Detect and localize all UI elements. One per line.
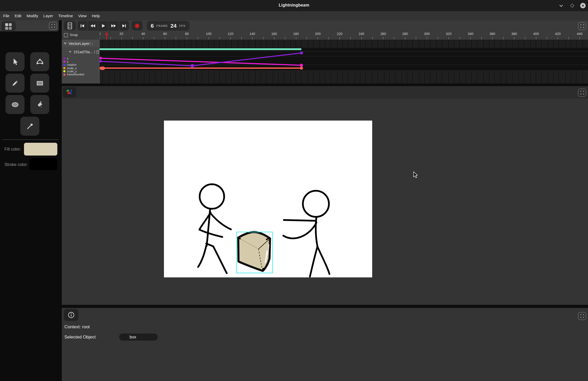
info-button[interactable] (64, 309, 78, 321)
fill-color-swatch[interactable] (24, 143, 57, 156)
rewind-button[interactable] (88, 21, 98, 31)
stage-expand-button[interactable] (578, 89, 586, 97)
ruler-tick (492, 37, 493, 39)
chevron-down-icon (559, 4, 563, 7)
maximize-button[interactable] (568, 0, 576, 11)
collapse-triangle-icon[interactable] (64, 43, 67, 45)
stage-area[interactable] (62, 99, 588, 305)
ruler-frame-label: 40 (141, 32, 145, 36)
stroke-color-swatch[interactable] (29, 158, 57, 170)
property-row-x[interactable]: x (63, 57, 84, 60)
selected-object-row: Selected Object box (64, 334, 158, 341)
y-curve[interactable] (100, 58, 302, 65)
record-button[interactable] (132, 21, 143, 31)
canvas-artwork (164, 121, 372, 277)
layer-name: VectorLayer (69, 41, 89, 46)
ruler-tick (547, 37, 547, 39)
timeline-tracks[interactable] (100, 40, 588, 84)
property-row-scale-x[interactable]: scale_x (63, 67, 84, 70)
grid-icon (5, 23, 12, 30)
tool-sidebar: Fill color: Stroke color: (0, 20, 60, 381)
play-button[interactable] (98, 21, 108, 31)
y-keyframe-dot[interactable] (100, 57, 102, 59)
fast-forward-button[interactable] (109, 21, 119, 31)
pencil-tool-button[interactable] (5, 74, 24, 93)
ruler-tick (317, 37, 318, 39)
stroke-color-label: Stroke color: (4, 162, 28, 167)
y-color-dot (63, 61, 65, 63)
frameNumber-start-cap[interactable] (100, 67, 105, 70)
film-button[interactable] (64, 21, 76, 31)
object-row[interactable]: 151ad70a... ~ (62, 48, 99, 56)
object-span-bar[interactable] (100, 48, 302, 50)
transform-tool-button[interactable] (30, 52, 49, 71)
frame-label: FRAME (156, 24, 168, 27)
menu-timeline[interactable]: Timeline (58, 13, 73, 19)
record-icon (135, 23, 139, 28)
menu-edit[interactable]: Edit (15, 13, 21, 19)
ruler-tick (230, 37, 231, 39)
x-keyframe-dot[interactable] (100, 60, 102, 63)
ruler-tick (394, 37, 394, 39)
collapse-triangle-icon[interactable] (69, 51, 71, 53)
expand-icon (580, 91, 584, 95)
menu-modify[interactable]: Modify (27, 13, 38, 19)
fps-label: FPS (179, 24, 185, 27)
object-curve-toggle[interactable]: ~ (96, 50, 99, 54)
ruler-tick (350, 37, 351, 39)
select-tool-button[interactable] (5, 52, 24, 71)
rotation-color-dot (63, 64, 65, 66)
property-row-rotation[interactable]: rotation (63, 63, 84, 67)
skip-to-start-button[interactable] (77, 21, 87, 31)
ruler-frame-label: 80 (185, 32, 189, 36)
ruler-tick (383, 37, 383, 39)
menu-help[interactable]: Help (92, 13, 100, 19)
layer-row-vectorlayer[interactable]: VectorLayer [L] (62, 40, 99, 47)
ruler-frame-label: 420 (555, 32, 561, 36)
ruler-frame-label: 300 (424, 32, 430, 36)
frame-counter[interactable]: 6 FRAME 24 FPS (147, 21, 189, 31)
object-visibility-toggle[interactable] (94, 50, 95, 54)
ruler-tick (296, 37, 296, 39)
ruler-tick (187, 37, 187, 39)
property-row-framenumber[interactable]: frameNumber (63, 73, 84, 76)
property-row-y[interactable]: y (63, 60, 84, 63)
sidebar-expand-button[interactable] (49, 22, 57, 30)
ruler-frame-label: 440 (577, 32, 583, 36)
menu-layer[interactable]: Layer (43, 13, 53, 19)
timeline-expand-button[interactable] (578, 22, 586, 30)
selected-object-field[interactable]: box (119, 334, 158, 341)
ruler-tick (503, 37, 504, 39)
minimize-button[interactable] (557, 0, 565, 11)
animation-curves[interactable] (100, 40, 588, 84)
x-keyframe-dot[interactable] (300, 51, 303, 55)
context-expand-button[interactable] (578, 312, 586, 320)
rectangle-tool-button[interactable] (30, 74, 49, 93)
expand-icon (580, 24, 584, 28)
skip-to-end-button[interactable] (119, 21, 129, 31)
playhead[interactable] (105, 32, 109, 40)
ellipse-tool-button[interactable] (5, 95, 24, 114)
eyedropper-tool-button[interactable] (20, 117, 39, 136)
timeline-ruler[interactable]: Snap 02040608010012014016018020022024026… (62, 31, 588, 40)
snap-checkbox[interactable] (64, 33, 68, 37)
fill-color-label: Fill color: (4, 147, 21, 152)
paint-bucket-tool-button[interactable] (30, 95, 49, 114)
box-drawing (237, 232, 270, 271)
ruler-tick (460, 37, 460, 39)
context-panel: Context: root Selected Object box (62, 308, 588, 381)
ruler-tick (579, 37, 580, 39)
menu-file[interactable]: File (3, 13, 9, 19)
menu-view[interactable]: View (78, 13, 87, 19)
y-keyframe-dot[interactable] (300, 64, 303, 67)
ruler-tick (100, 37, 100, 39)
drawing-canvas[interactable] (164, 121, 372, 277)
ruler-tick (514, 37, 514, 39)
layer-tag: [L] (90, 42, 93, 45)
frameNumber-keyframe-dot[interactable] (300, 67, 303, 70)
close-button[interactable] (578, 0, 587, 11)
panel-grid-button[interactable] (1, 21, 16, 32)
property-row-scale-y[interactable]: scale_y (63, 70, 84, 73)
x-keyframe-dot[interactable] (191, 64, 194, 68)
shapes-mode-button[interactable] (63, 87, 76, 98)
